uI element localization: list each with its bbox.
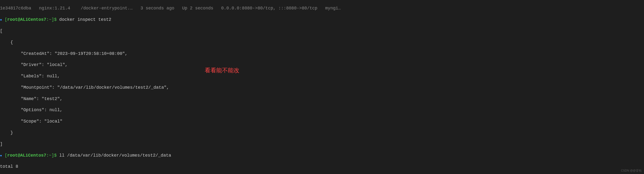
prompt-bracket-open: [ bbox=[4, 17, 7, 22]
json-scope: "Scope": "local" bbox=[0, 119, 644, 124]
annotation-text: 看看能不能改 bbox=[205, 66, 240, 74]
prompt-sep: : bbox=[46, 153, 49, 158]
json-close-bracket: ] bbox=[0, 141, 644, 147]
prompt-user: root@ALiCentos7 bbox=[7, 153, 46, 158]
bullet-icon: ● bbox=[0, 18, 2, 22]
json-created-at: "CreatedAt": "2023-09-19T20:58:10+08:00"… bbox=[0, 51, 644, 57]
prompt-path: ~ bbox=[49, 153, 52, 158]
json-options: "Options": null, bbox=[0, 107, 644, 113]
header-row: 1e34817c6dba nginx:1.21.4 /docker-entryp… bbox=[0, 6, 644, 11]
watermark-text: CSDN @@背包 bbox=[621, 169, 642, 173]
command-2: ll /data/var/lib/docker/volumes/test2/_d… bbox=[56, 153, 171, 158]
prompt-path: ~ bbox=[49, 17, 52, 22]
json-open-bracket: [ bbox=[0, 28, 644, 34]
prompt-bracket-close: ]$ bbox=[52, 153, 57, 158]
json-driver: "Driver": "local", bbox=[0, 62, 644, 68]
command-1: docker inspect test2 bbox=[56, 17, 111, 22]
bullet-icon: ● bbox=[0, 154, 2, 157]
prompt-line-1: ● [root@ALiCentos7:~]$ docker inspect te… bbox=[0, 17, 644, 23]
json-labels: "Labels": null, bbox=[0, 73, 644, 79]
json-open-brace: { bbox=[0, 40, 644, 45]
prompt-bracket-close: ]$ bbox=[52, 17, 57, 22]
prompt-bracket-open: [ bbox=[4, 153, 7, 158]
prompt-sep: : bbox=[46, 17, 49, 22]
json-name: "Name": "test2", bbox=[0, 96, 644, 102]
json-mountpoint: "Mountpoint": "/data/var/lib/docker/volu… bbox=[0, 85, 644, 90]
ll-total: total 8 bbox=[0, 164, 644, 169]
prompt-line-2: ● [root@ALiCentos7:~]$ ll /data/var/lib/… bbox=[0, 153, 644, 158]
terminal[interactable]: 1e34817c6dba nginx:1.21.4 /docker-entryp… bbox=[0, 0, 644, 174]
json-close-brace: } bbox=[0, 130, 644, 136]
prompt-user: root@ALiCentos7 bbox=[7, 17, 46, 22]
